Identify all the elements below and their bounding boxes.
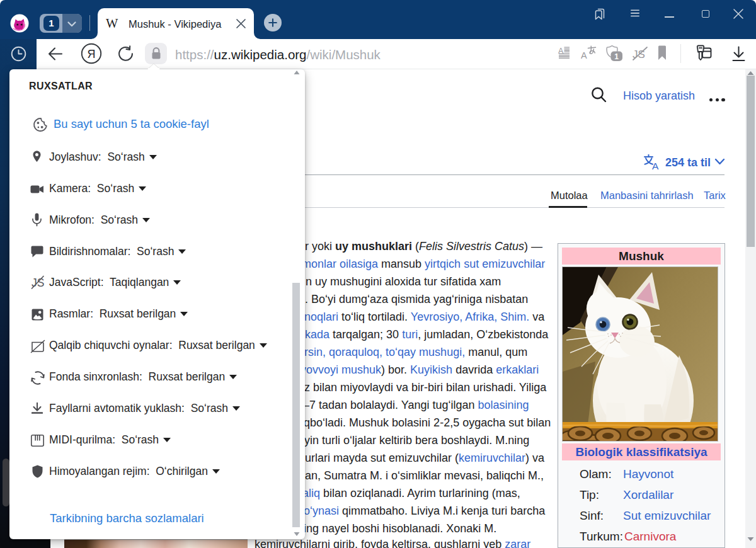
svg-text:1: 1 [614,52,619,61]
svg-text:A: A [652,161,659,169]
svg-text:A: A [581,50,587,60]
svg-text:Я: Я [88,48,96,60]
